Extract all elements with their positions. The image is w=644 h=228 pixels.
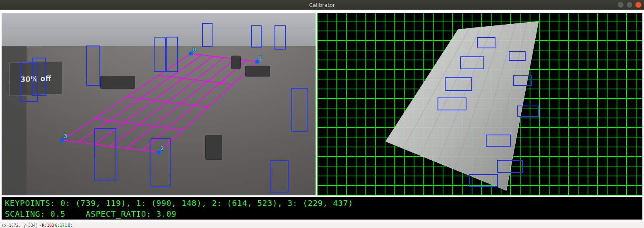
detection-box: [86, 46, 100, 86]
ground-grid: [317, 13, 642, 195]
detection-box: [202, 23, 213, 47]
window-minimize-button[interactable]: [617, 2, 624, 8]
bench: [245, 66, 270, 77]
status-sep: ~: [39, 223, 41, 228]
detection-box: [151, 138, 171, 187]
detection-box: [251, 25, 262, 48]
topdown-view-pane[interactable]: [317, 13, 642, 195]
status-r: R:163: [42, 223, 54, 228]
detection-box: [291, 88, 308, 132]
info-panel: KEYPOINTS: 0: (739, 119), 1: (990, 148),…: [2, 197, 642, 220]
detection-box: [154, 37, 166, 72]
status-bar: (x=1672, y=334) ~ R:163 G:171 B:: [0, 222, 644, 228]
status-b: B:: [68, 223, 73, 228]
content-area: 30% off 0123: [0, 10, 644, 228]
info-line-scale: SCALING: 0.5 ASPECT_RATIO: 3.09: [5, 209, 176, 219]
status-coords: (x=1672, y=334): [2, 223, 38, 228]
window-controls: [617, 2, 642, 8]
bin: [205, 135, 222, 160]
pane-row: 30% off 0123: [2, 13, 642, 195]
bin: [231, 56, 241, 69]
detection-box: [32, 58, 46, 96]
window-maximize-button[interactable]: [626, 2, 633, 8]
detection-box: [275, 25, 286, 50]
bench: [100, 76, 135, 89]
detection-box: [94, 128, 116, 180]
window-close-button[interactable]: [635, 2, 642, 8]
detection-box: [166, 37, 178, 72]
info-line-keypoints: KEYPOINTS: 0: (739, 119), 1: (990, 148),…: [5, 198, 353, 208]
status-g: G:171: [55, 223, 67, 228]
detection-box: [270, 160, 289, 193]
camera-view-pane[interactable]: 30% off 0123: [2, 13, 316, 195]
window-title: Calibrator: [309, 2, 335, 8]
window-titlebar: Calibrator: [0, 0, 644, 10]
